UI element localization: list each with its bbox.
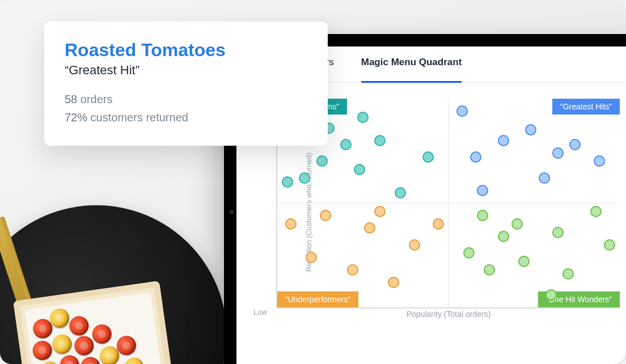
data-point[interactable] bbox=[484, 264, 495, 276]
data-point[interactable] bbox=[316, 155, 328, 167]
data-point[interactable] bbox=[590, 206, 602, 217]
data-point[interactable] bbox=[552, 147, 564, 159]
item-category: “Greatest Hit” bbox=[65, 63, 307, 78]
camera-icon bbox=[230, 210, 234, 214]
orders-label: orders bbox=[81, 93, 113, 105]
data-point[interactable] bbox=[395, 187, 406, 198]
data-point[interactable] bbox=[594, 155, 605, 167]
data-point[interactable] bbox=[374, 135, 386, 146]
data-point[interactable] bbox=[545, 289, 557, 300]
return-pct: 72% bbox=[65, 111, 87, 124]
item-detail-card: Roasted Tomatoes “Greatest Hit” 58 order… bbox=[44, 22, 328, 146]
quadrant-badge-underperformers: “Underperformers” bbox=[277, 291, 358, 307]
food-plate-illustration bbox=[0, 205, 227, 364]
data-point[interactable] bbox=[552, 227, 564, 238]
data-point[interactable] bbox=[539, 172, 550, 184]
page: Repeat Customers Magic Menu Quadrant Ret… bbox=[0, 0, 626, 364]
data-point[interactable] bbox=[498, 231, 509, 242]
data-point[interactable] bbox=[569, 139, 581, 150]
data-point[interactable] bbox=[477, 185, 488, 196]
tab-magic-menu-quadrant[interactable]: Magic Menu Quadrant bbox=[361, 57, 462, 82]
item-orders-stat: 58 orders bbox=[65, 90, 307, 108]
data-point[interactable] bbox=[388, 277, 399, 288]
data-point[interactable] bbox=[525, 124, 536, 136]
data-point[interactable] bbox=[409, 239, 420, 251]
data-point[interactable] bbox=[299, 172, 310, 184]
data-point[interactable] bbox=[364, 222, 375, 234]
y-axis-low-tick: Low bbox=[253, 308, 267, 316]
data-point[interactable] bbox=[285, 218, 297, 230]
data-point[interactable] bbox=[354, 164, 365, 175]
data-point[interactable] bbox=[374, 206, 386, 217]
data-point[interactable] bbox=[340, 139, 352, 150]
data-point[interactable] bbox=[357, 112, 369, 123]
data-point[interactable] bbox=[320, 210, 331, 221]
orders-count: 58 bbox=[65, 93, 77, 105]
data-point[interactable] bbox=[604, 239, 615, 251]
data-point[interactable] bbox=[433, 218, 444, 230]
data-point[interactable] bbox=[422, 151, 434, 163]
data-point[interactable] bbox=[306, 252, 317, 263]
data-point[interactable] bbox=[562, 268, 574, 280]
data-point[interactable] bbox=[463, 247, 475, 259]
quadrant-badge-greatest-hits: “Greatest Hits” bbox=[552, 99, 620, 115]
return-label: customers returned bbox=[91, 111, 188, 124]
data-point[interactable] bbox=[456, 105, 468, 117]
data-point[interactable] bbox=[498, 135, 509, 146]
data-point[interactable] bbox=[511, 218, 523, 230]
data-point[interactable] bbox=[347, 264, 358, 276]
horizontal-midline bbox=[277, 203, 620, 204]
data-point[interactable] bbox=[477, 210, 488, 221]
x-axis-label: Popularity (Total orders) bbox=[277, 310, 620, 319]
item-return-stat: 72% customers returned bbox=[65, 108, 307, 126]
item-title: Roasted Tomatoes bbox=[65, 40, 307, 61]
fork-icon bbox=[0, 218, 31, 318]
data-point[interactable] bbox=[282, 176, 293, 188]
data-point[interactable] bbox=[470, 151, 481, 163]
data-point[interactable] bbox=[518, 256, 530, 267]
